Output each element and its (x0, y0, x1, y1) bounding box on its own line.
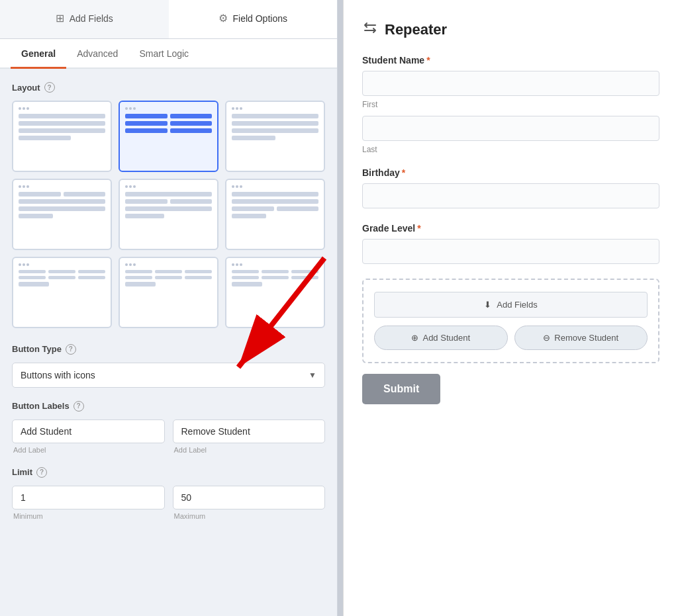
min-limit-input[interactable] (12, 486, 165, 509)
layout-option-4[interactable] (12, 179, 112, 250)
field-options-icon: ⚙ (218, 12, 228, 24)
limit-group: Limit ? Minimum Maximum (12, 467, 325, 520)
layout-option-5[interactable] (119, 179, 218, 250)
download-icon: ⬇ (484, 300, 491, 310)
button-type-select[interactable]: Buttons with icons Buttons only Icons on… (13, 363, 324, 387)
layout-label: Layout ? (12, 82, 325, 93)
limit-row: Minimum Maximum (12, 486, 325, 520)
add-label-input[interactable] (12, 419, 165, 443)
button-type-select-wrapper[interactable]: Buttons with icons Buttons only Icons on… (12, 363, 325, 388)
layout-grid (12, 101, 325, 328)
limit-help-icon[interactable]: ? (36, 467, 47, 478)
tab-advanced[interactable]: Advanced (66, 39, 128, 69)
first-sub-label: First (362, 100, 659, 109)
layout-option-6[interactable] (225, 179, 325, 250)
layout-help-icon[interactable]: ? (44, 82, 55, 93)
remove-label-group: Add Label (173, 419, 326, 454)
repeater-icon (362, 20, 378, 39)
grade-level-label: Grade Level* (362, 223, 659, 234)
tab-field-options[interactable]: ⚙ Field Options (169, 0, 338, 38)
right-panel: Repeater Student Name* First Last Birthd… (343, 0, 678, 616)
layout-option-7[interactable] (12, 257, 112, 328)
repeater-title: Repeater (362, 20, 659, 39)
max-limit-input[interactable] (173, 486, 326, 509)
grade-level-input[interactable] (362, 239, 659, 264)
min-limit-group: Minimum (12, 486, 165, 520)
limit-label: Limit ? (12, 467, 325, 478)
add-fields-icon: ⊞ (56, 12, 64, 24)
add-fields-button[interactable]: ⬇ Add Fields (374, 292, 648, 318)
layout-option-2[interactable] (119, 101, 218, 172)
add-circle-icon: ⊕ (411, 333, 418, 343)
grade-level-field: Grade Level* (362, 223, 659, 265)
remove-circle-icon: ⊖ (543, 333, 550, 343)
layout-option-8[interactable] (119, 257, 218, 328)
layout-option-3[interactable] (225, 101, 325, 172)
remove-label-hint: Add Label (173, 446, 326, 454)
button-labels-label: Button Labels ? (12, 401, 325, 412)
max-limit-group: Maximum (173, 486, 326, 520)
student-name-last-input[interactable] (362, 116, 659, 141)
birthday-field: Birthday* (362, 167, 659, 210)
add-label-group: Add Label (12, 419, 165, 454)
birthday-input[interactable] (362, 183, 659, 208)
student-name-label: Student Name* (362, 55, 659, 66)
sub-tab-bar: General Advanced Smart Logic (0, 39, 337, 69)
button-labels-row: Add Label Add Label (12, 419, 325, 454)
tab-bar: ⊞ Add Fields ⚙ Field Options (0, 0, 337, 39)
max-limit-hint: Maximum (173, 512, 326, 520)
student-name-field: Student Name* First Last (362, 55, 659, 154)
student-name-first-input[interactable] (362, 71, 659, 96)
button-type-label: Button Type ? (12, 344, 325, 355)
last-sub-label: Last (362, 145, 659, 154)
button-type-help-icon[interactable]: ? (66, 344, 76, 355)
layout-option-1[interactable] (12, 101, 112, 172)
button-type-group: Button Type ? Buttons with icons Buttons… (12, 344, 325, 388)
button-labels-group: Button Labels ? Add Label Add Label (12, 401, 325, 454)
remove-student-button[interactable]: ⊖ Remove Student (514, 326, 648, 350)
birthday-label: Birthday* (362, 167, 659, 178)
layout-option-9[interactable] (225, 257, 325, 328)
button-labels-help-icon[interactable]: ? (73, 401, 84, 412)
form-preview: Repeater Student Name* First Last Birthd… (343, 0, 678, 616)
min-limit-hint: Minimum (12, 512, 165, 520)
panel-divider (338, 0, 343, 616)
remove-label-input[interactable] (173, 419, 326, 443)
repeater-dashed-box: ⬇ Add Fields ⊕ Add Student ⊖ Remove Stud… (362, 279, 659, 363)
repeater-buttons-row: ⊕ Add Student ⊖ Remove Student (374, 326, 648, 350)
repeater-heading: Repeater (385, 21, 447, 38)
tab-general[interactable]: General (11, 39, 66, 69)
layout-section: Layout ? (12, 82, 325, 328)
tab-smart-logic[interactable]: Smart Logic (128, 39, 199, 69)
add-label-hint: Add Label (12, 446, 165, 454)
submit-button[interactable]: Submit (362, 374, 440, 404)
tab-add-fields[interactable]: ⊞ Add Fields (0, 0, 169, 38)
add-student-button[interactable]: ⊕ Add Student (374, 326, 508, 350)
panel-content: Layout ? (0, 69, 337, 616)
